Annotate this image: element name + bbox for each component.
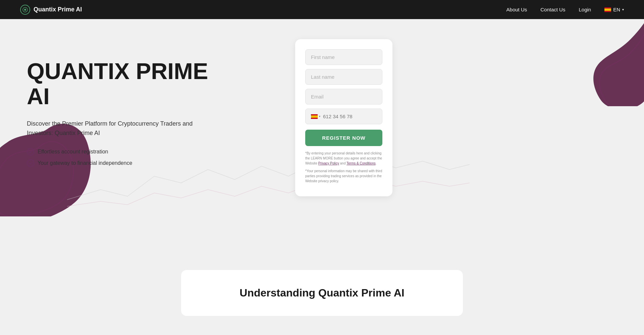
svg-rect-8 (311, 115, 318, 118)
navbar: Quantix Prime AI About Us Contact Us Log… (0, 0, 644, 19)
divider-section (0, 216, 644, 260)
feature-item-1: Effortless account registration (27, 148, 282, 155)
svg-point-2 (24, 9, 26, 11)
hero-section: QUANTIX PRIME AI Discover the Premier Pl… (0, 19, 644, 216)
phone-country-selector[interactable]: ▾ (311, 114, 320, 119)
blob-top-right-decoration (550, 19, 644, 106)
feature-item-2: Your gateway to financial independence (27, 159, 282, 167)
svg-point-6 (27, 160, 34, 166)
phone-input[interactable] (323, 109, 387, 124)
language-selector[interactable]: EN ▾ (604, 7, 624, 12)
svg-rect-4 (604, 8, 611, 11)
phone-flag-spain-icon (311, 114, 318, 119)
form-disclaimer-1: *By entering your personal details here … (305, 151, 382, 166)
phone-country-caret-icon: ▾ (319, 115, 320, 118)
phone-field-wrapper: ▾ (305, 109, 382, 124)
hero-subtitle: Discover the Premier Platform for Crypto… (27, 119, 195, 138)
nav-about-us[interactable]: About Us (506, 7, 527, 12)
first-name-input[interactable] (305, 49, 382, 65)
hero-title: QUANTIX PRIME AI (27, 59, 282, 109)
nav-login[interactable]: Login (579, 7, 591, 12)
register-now-button[interactable]: REGISTER NOW (305, 130, 382, 146)
language-chevron-icon: ▾ (622, 8, 624, 11)
understanding-title: Understanding Quantix Prime AI (201, 287, 443, 299)
understanding-section: Understanding Quantix Prime AI (0, 260, 644, 326)
nav-links: About Us Contact Us Login EN ▾ (506, 7, 624, 12)
language-label: EN (613, 7, 620, 12)
brand-icon (20, 5, 30, 15)
understanding-card: Understanding Quantix Prime AI (181, 270, 463, 316)
registration-form: ▾ REGISTER NOW *By entering your persona… (295, 39, 392, 196)
flag-spain-icon (604, 7, 611, 12)
last-name-input[interactable] (305, 69, 382, 85)
email-input[interactable] (305, 89, 382, 105)
hero-content: QUANTIX PRIME AI Discover the Premier Pl… (27, 59, 282, 177)
nav-contact-us[interactable]: Contact Us (540, 7, 565, 12)
brand-name: Quantix Prime AI (34, 6, 82, 13)
svg-point-5 (27, 148, 34, 155)
form-disclaimer-2: *Your personal information may be shared… (305, 169, 382, 184)
check-icon-1 (27, 148, 34, 155)
privacy-policy-link[interactable]: Privacy Policy (318, 161, 339, 165)
hero-features-list: Effortless account registration Your gat… (27, 148, 282, 167)
check-icon-2 (27, 159, 34, 167)
brand-logo[interactable]: Quantix Prime AI (20, 5, 82, 15)
terms-conditions-link[interactable]: Terms & Conditions (346, 161, 376, 165)
